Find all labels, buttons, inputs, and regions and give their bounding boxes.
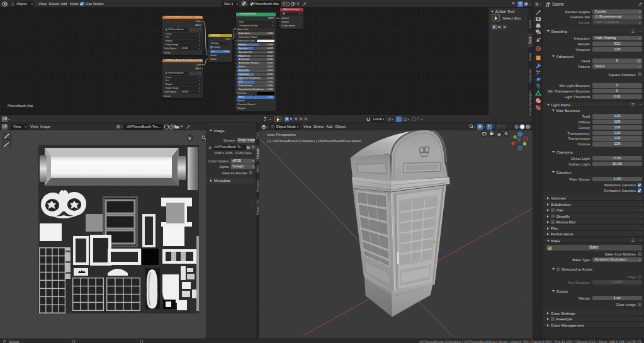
svg-text:Z: Z (519, 132, 521, 136)
